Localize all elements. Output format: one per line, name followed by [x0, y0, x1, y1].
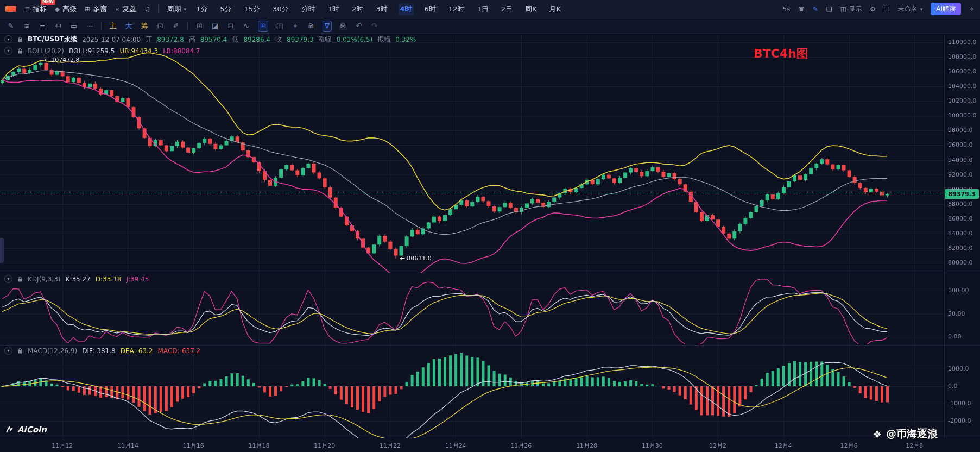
- columns-icon[interactable]: ◫: [275, 21, 284, 31]
- ai-interpret-button[interactable]: AI解读: [931, 3, 961, 15]
- menu-advanced-label: 高级: [62, 4, 77, 14]
- period-tab-5分[interactable]: 5分: [218, 3, 233, 15]
- replay-icon: «: [115, 5, 119, 13]
- note-tool-icon[interactable]: ⊡: [156, 21, 165, 31]
- period-tab-30分[interactable]: 30分: [271, 3, 290, 15]
- sound-icon[interactable]: ♫: [144, 5, 150, 13]
- copy-tool-icon[interactable]: ⊞: [195, 21, 204, 31]
- filter-icon[interactable]: ∇: [323, 21, 332, 32]
- new-badge: NEW: [41, 0, 55, 5]
- top-toolbar: ≣ 指标 NEW ◆ 高级 ⊞ 多窗 « 复盘 ♫ 周期 ▾ 1分5分15分30…: [0, 0, 980, 18]
- brush-tool-icon[interactable]: ✐: [172, 21, 180, 31]
- menu-replay[interactable]: « 复盘: [115, 4, 136, 14]
- display-menu[interactable]: ◫ 显示: [840, 4, 862, 14]
- more-tools-icon[interactable]: ⋯: [85, 21, 94, 31]
- display-icon: ◫: [840, 5, 846, 13]
- period-tab-1分[interactable]: 1分: [194, 3, 209, 15]
- draw-pencil-icon[interactable]: ✎: [813, 5, 818, 13]
- redo-icon[interactable]: ↷: [370, 21, 379, 31]
- share-icon[interactable]: ✧: [969, 5, 975, 13]
- layout-name: 未命名: [898, 4, 918, 14]
- display-label: 显示: [849, 4, 862, 14]
- period-menu[interactable]: 周期 ▾: [167, 4, 186, 14]
- gear-icon[interactable]: ⚙: [870, 5, 876, 13]
- menu-indicators[interactable]: ≣ 指标 NEW: [24, 4, 47, 14]
- pin-tool-icon[interactable]: ⌖: [291, 21, 300, 31]
- pencil-tool-icon[interactable]: ✎: [7, 21, 15, 31]
- ray-tool-icon[interactable]: ↤: [54, 21, 62, 31]
- period-tab-4时[interactable]: 4时: [399, 3, 414, 15]
- period-tab-6时[interactable]: 6时: [423, 3, 438, 15]
- measure-tool-icon[interactable]: ⊟: [226, 21, 235, 31]
- trend-line-icon[interactable]: ≋: [22, 21, 31, 31]
- pane-resize-handle[interactable]: [0, 238, 4, 263]
- delete-tool-icon[interactable]: ⊠: [339, 21, 347, 31]
- eraser-tool-icon[interactable]: ◪: [211, 21, 219, 31]
- toolbar-divider: [158, 5, 159, 14]
- period-tab-1日[interactable]: 1日: [475, 3, 490, 15]
- timeframe-tabs: 1分5分15分30分分时1时2时3时4时6时12时1日2日周K月K: [194, 3, 562, 15]
- comment-icon[interactable]: ❏: [826, 5, 832, 13]
- camera-icon[interactable]: ▣: [799, 5, 805, 13]
- menu-multiwindow[interactable]: ⊞ 多窗: [85, 4, 107, 14]
- app-logo[interactable]: [5, 6, 16, 12]
- period-menu-label: 周期: [167, 4, 181, 14]
- main-chart-button[interactable]: 主: [109, 21, 117, 31]
- chevron-down-icon: ▾: [920, 7, 923, 12]
- period-tab-2时[interactable]: 2时: [350, 3, 365, 15]
- period-tab-1时[interactable]: 1时: [326, 3, 341, 15]
- rect-tool-icon[interactable]: ▭: [69, 21, 78, 31]
- toolbar-right: 5s ▣ ✎ ❏ ◫ 显示 ⚙ ❒ 未命名 ▾ AI解读 ✧: [783, 3, 975, 15]
- period-tab-2日[interactable]: 2日: [500, 3, 514, 15]
- menu-replay-label: 复盘: [122, 4, 136, 14]
- big-font-button[interactable]: 大: [124, 21, 133, 31]
- multiwindow-icon: ⊞: [85, 5, 90, 13]
- toolbar2-separator: [187, 22, 188, 30]
- line-list-icon[interactable]: ≣: [38, 21, 47, 31]
- fullscreen-icon[interactable]: ❒: [884, 5, 890, 13]
- chevron-down-icon: ▾: [184, 7, 186, 12]
- chip-distribution-button[interactable]: 筹: [140, 21, 149, 31]
- period-tab-3时[interactable]: 3时: [374, 3, 389, 15]
- magnet-icon[interactable]: ⋒: [307, 21, 315, 31]
- toolbar2-separator: [101, 22, 102, 30]
- candlestick-chart[interactable]: [0, 0, 980, 452]
- drawing-toolbar: ✎≋≣↤▭⋯主大筹⊡✐⊞◪⊟∿⊞◫⌖⋒∇⊠↶↷: [0, 18, 980, 34]
- advanced-icon: ◆: [55, 5, 60, 13]
- undo-icon[interactable]: ↶: [355, 21, 363, 31]
- wave-tool-icon[interactable]: ∿: [242, 21, 251, 31]
- menu-advanced[interactable]: ◆ 高级: [55, 4, 77, 14]
- layout-select[interactable]: 未命名 ▾: [898, 4, 923, 14]
- indicators-icon: ≣: [24, 5, 30, 13]
- period-tab-周K[interactable]: 周K: [523, 3, 539, 15]
- period-tab-15分[interactable]: 15分: [243, 3, 262, 15]
- box-select-icon[interactable]: ⊞: [258, 21, 268, 32]
- period-tab-12时[interactable]: 12时: [447, 3, 466, 15]
- refresh-interval[interactable]: 5s: [783, 5, 791, 13]
- period-tab-月K[interactable]: 月K: [547, 3, 562, 15]
- menu-indicators-label: 指标: [33, 4, 47, 14]
- period-tab-分时[interactable]: 分时: [300, 3, 317, 15]
- menu-multiwindow-label: 多窗: [93, 4, 107, 14]
